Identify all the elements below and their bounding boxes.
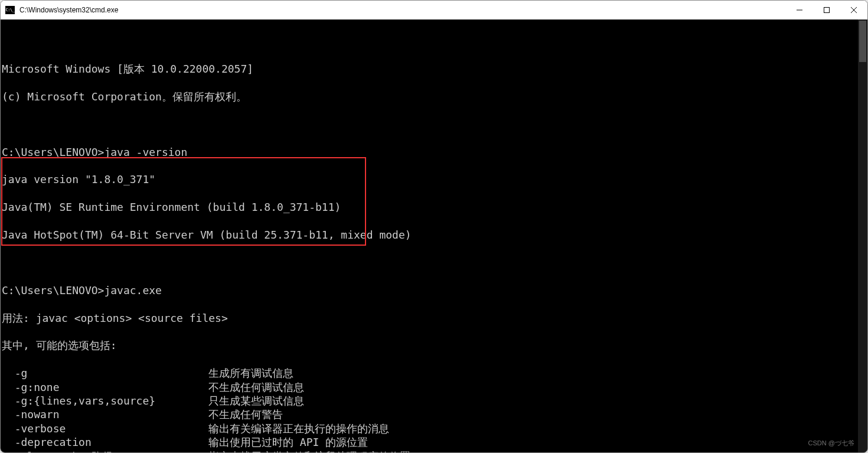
command-text: javac.exe xyxy=(104,284,162,296)
minimize-button[interactable] xyxy=(786,1,813,19)
empty-line xyxy=(2,256,866,269)
option-line: -verbose输出有关编译器正在执行的操作的消息 xyxy=(2,422,866,435)
option-desc: 只生成某些调试信息 xyxy=(208,395,304,407)
option-line: -nowarn不生成任何警告 xyxy=(2,408,866,421)
window-title: C:\Windows\system32\cmd.exe xyxy=(19,6,786,14)
option-desc: 输出有关编译器正在执行的操作的消息 xyxy=(208,422,389,435)
option-line: -g:{lines,vars,source}只生成某些调试信息 xyxy=(2,394,866,408)
option-flag: -g:{lines,vars,source} xyxy=(2,394,208,408)
window-controls xyxy=(786,1,867,19)
option-line: -g:none不生成任何调试信息 xyxy=(2,380,866,394)
terminal-area[interactable]: Microsoft Windows [版本 10.0.22000.2057] (… xyxy=(1,19,867,452)
output-line: Java HotSpot(TM) 64-Bit Server VM (build… xyxy=(2,228,866,242)
vertical-scrollbar[interactable] xyxy=(858,19,867,452)
output-line: 其中, 可能的选项包括: xyxy=(2,338,866,352)
option-line: -classpath <路径>指定查找用户类文件和注释处理程序的位置 xyxy=(2,449,866,452)
close-button[interactable] xyxy=(840,1,867,19)
empty-line xyxy=(2,118,866,131)
close-icon xyxy=(851,7,857,13)
option-desc: 输出使用已过时的 API 的源位置 xyxy=(208,436,368,448)
banner-line: Microsoft Windows [版本 10.0.22000.2057] xyxy=(2,62,866,76)
prompt-line: C:\Users\LENOVO>javac.exe xyxy=(2,283,866,297)
output-line: Java(TM) SE Runtime Environment (build 1… xyxy=(2,200,866,214)
titlebar[interactable]: C:\Windows\system32\cmd.exe xyxy=(1,1,867,19)
command-text: java -version xyxy=(104,146,187,158)
minimize-icon xyxy=(797,7,802,13)
maximize-button[interactable] xyxy=(813,1,840,19)
option-flag: -deprecation xyxy=(2,435,208,449)
cmd-icon xyxy=(5,6,15,14)
option-desc: 指定查找用户类文件和注释处理程序的位置 xyxy=(208,450,410,452)
option-desc: 生成所有调试信息 xyxy=(208,367,293,379)
option-flag: -verbose xyxy=(2,422,208,435)
option-flag: -classpath <路径> xyxy=(2,449,208,452)
cmd-window: C:\Windows\system32\cmd.exe Microsoft Wi… xyxy=(0,0,868,453)
prompt: C:\Users\LENOVO> xyxy=(2,146,104,158)
prompt: C:\Users\LENOVO> xyxy=(2,284,104,296)
option-line: -deprecation输出使用已过时的 API 的源位置 xyxy=(2,435,866,449)
output-line: 用法: javac <options> <source files> xyxy=(2,311,866,325)
watermark-text: CSDN @づ七爷 xyxy=(808,436,854,450)
option-desc: 不生成任何警告 xyxy=(208,408,283,421)
prompt-line: C:\Users\LENOVO>java -version xyxy=(2,145,866,159)
option-line: -g生成所有调试信息 xyxy=(2,366,866,380)
option-desc: 不生成任何调试信息 xyxy=(208,381,304,393)
banner-line: (c) Microsoft Corporation。保留所有权利。 xyxy=(2,90,866,103)
option-flag: -nowarn xyxy=(2,408,208,421)
option-flag: -g xyxy=(2,366,208,380)
output-line: java version "1.8.0_371" xyxy=(2,172,866,186)
scrollbar-thumb[interactable] xyxy=(859,21,866,62)
terminal-content: Microsoft Windows [版本 10.0.22000.2057] (… xyxy=(2,48,866,452)
option-flag: -g:none xyxy=(2,380,208,394)
svg-rect-1 xyxy=(824,8,830,13)
maximize-icon xyxy=(824,7,830,13)
